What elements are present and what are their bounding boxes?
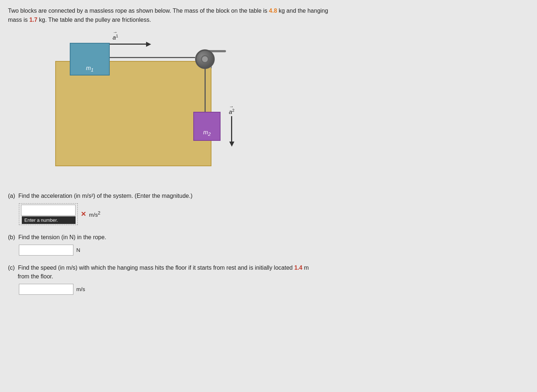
a1-shaft <box>110 44 146 45</box>
part-a-tooltip: Enter a number. <box>22 216 76 224</box>
rope-vertical <box>205 68 206 112</box>
pulley <box>195 49 215 69</box>
part-c-question-2: from the floor. <box>18 273 53 279</box>
mass1-value: 4.8 <box>269 8 277 14</box>
part-c-distance: 1.4 <box>294 265 302 271</box>
problem-text-3: mass is <box>8 17 29 23</box>
problem-statement: Two blocks are connected by a massless r… <box>8 7 529 25</box>
a2-label: → a2 <box>229 108 234 115</box>
part-c-section: (c) Find the speed (in m/s) with which t… <box>8 264 444 295</box>
part-b-section: (b) Find the tension (in N) in the rope.… <box>8 233 444 256</box>
part-b-unit: N <box>76 247 80 253</box>
part-c-question-1: Find the speed (in m/s) with which the h… <box>18 265 294 271</box>
part-c-distance-unit: m <box>302 265 309 271</box>
part-b-marker: (b) <box>8 234 15 240</box>
part-a-error-icon: ✕ <box>81 210 86 218</box>
a2-arrow-line <box>229 116 234 147</box>
part-a-question: Find the acceleration (in m/s²) of the s… <box>18 193 192 199</box>
problem-text-1: Two blocks are connected by a massless r… <box>8 8 269 14</box>
part-b-question: Find the tension (in N) in the rope. <box>18 234 106 240</box>
pulley-inner <box>201 55 209 63</box>
part-a-unit: m/s2 <box>89 211 100 218</box>
part-a-input-group: Enter a number. <box>19 203 78 225</box>
problem-text-4: kg. The table and the pulley are frictio… <box>37 17 151 23</box>
part-a-section: (a) Find the acceleration (in m/s²) of t… <box>8 192 444 225</box>
part-b-input[interactable] <box>19 245 73 256</box>
part-a-input[interactable] <box>21 205 76 216</box>
rope-horizontal <box>110 57 195 58</box>
block-m1: m1 <box>70 43 110 75</box>
part-b-label: (b) Find the tension (in N) in the rope. <box>8 233 444 242</box>
a1-arrow: → a1 <box>110 34 151 47</box>
problem-text-2: kg and the hanging <box>277 8 328 14</box>
table-surface <box>55 61 211 166</box>
label-m2: m2 <box>203 129 211 137</box>
a1-label: → a1 <box>113 34 118 41</box>
part-a-answer-row: Enter a number. ✕ m/s2 <box>19 203 444 225</box>
block-m2: m2 <box>193 112 221 141</box>
label-m1: m1 <box>86 65 94 73</box>
a1-arrow-line <box>110 42 151 47</box>
mass2-value: 1.7 <box>29 17 37 23</box>
part-a-label: (a) Find the acceleration (in m/s²) of t… <box>8 192 444 200</box>
diagram: → a1 m1 m2 → a2 <box>30 28 284 184</box>
a1-head <box>146 42 151 47</box>
part-c-input[interactable] <box>19 284 73 295</box>
problem-text: Two blocks are connected by a massless r… <box>8 7 444 25</box>
part-c-unit: m/s <box>76 286 85 292</box>
part-b-answer-row: N <box>19 245 444 256</box>
part-a-marker: (a) <box>8 193 15 199</box>
a2-shaft <box>231 116 232 142</box>
a2-head <box>229 142 234 147</box>
part-c-marker: (c) <box>8 265 15 271</box>
part-c-answer-row: m/s <box>19 284 444 295</box>
part-c-label: (c) Find the speed (in m/s) with which t… <box>8 264 444 281</box>
a2-arrow: → a2 <box>229 108 234 147</box>
